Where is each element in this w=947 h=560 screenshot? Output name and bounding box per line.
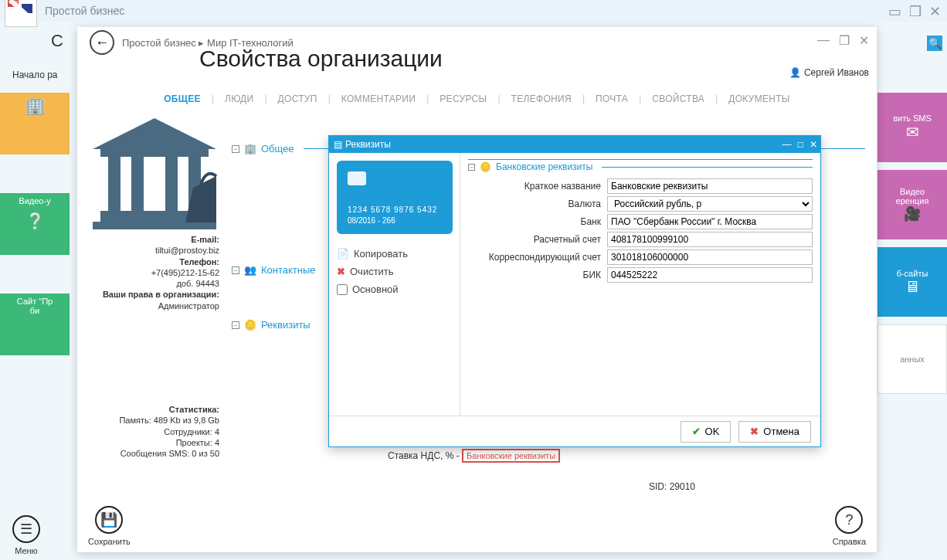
sub-close-icon[interactable]: ✕: [810, 139, 817, 150]
sub-dialog-titlebar: ▤ Реквизиты — □ ✕: [329, 136, 820, 153]
outer-close-icon[interactable]: ✕: [929, 3, 941, 20]
group-requisites-label: Реквизиты: [261, 319, 311, 331]
copy-action[interactable]: 📄 Копировать: [337, 248, 452, 260]
tile-sites[interactable]: б-сайты🖥: [877, 247, 947, 317]
menu-label: Меню: [15, 546, 38, 555]
ok-button[interactable]: ✔OK: [681, 421, 731, 443]
modal-minimize-icon[interactable]: —: [817, 33, 830, 48]
tab-документы[interactable]: ДОКУМЕНТЫ: [728, 93, 790, 104]
search-button[interactable]: 🔍: [927, 36, 942, 51]
tile-label: б-сайты: [897, 269, 928, 278]
main-checkbox[interactable]: [337, 284, 348, 295]
sub-actions: 📄 Копировать ✖ Очистить Основной: [337, 248, 452, 295]
card-date: 08/2016 - 266: [348, 216, 395, 225]
label-corr: Корреспондирующий счет: [468, 252, 607, 263]
fieldset-label: Банковские реквизиты: [496, 161, 592, 172]
collapse-icon[interactable]: −: [232, 321, 239, 329]
tab-свойства[interactable]: СВОЙСТВА: [652, 93, 704, 104]
tab-общее[interactable]: ОБЩЕЕ: [164, 93, 201, 104]
clear-label: Очистить: [350, 266, 394, 277]
left-column: E-mail: tiltui@prostoy.biz Телефон: +7(4…: [77, 104, 232, 466]
tab-доступ[interactable]: ДОСТУП: [278, 93, 317, 104]
tile-label: анных: [900, 355, 925, 364]
breadcrumb-b[interactable]: Мир IT-технологий: [207, 37, 294, 49]
row-bank: Банк: [468, 214, 813, 229]
input-corr[interactable]: [607, 249, 813, 265]
input-bik[interactable]: [607, 267, 813, 283]
row-currency: Валюта Российский рубль, р: [468, 196, 813, 212]
tab-separator: |: [212, 93, 214, 104]
menu-icon[interactable]: ☰: [12, 515, 40, 543]
clear-action[interactable]: ✖ Очистить: [337, 266, 452, 277]
breadcrumb-a[interactable]: Простой бизнес: [122, 37, 196, 49]
modal-header: ← Простой бизнес ▸ Мир IT-технологий — ❐…: [77, 27, 877, 58]
tabs-row: ОБЩЕЕ|ЛЮДИ|ДОСТУП|КОММЕНТАРИИ|РЕСУРСЫ|ТЕ…: [77, 93, 877, 104]
tab-separator: |: [426, 93, 429, 104]
clear-icon: ✖: [337, 266, 345, 277]
sub-maximize-icon[interactable]: □: [798, 139, 803, 150]
label-bik: БИК: [468, 270, 607, 280]
stat-projects: Проекты: 4: [90, 437, 219, 448]
main-checkbox-row[interactable]: Основной: [337, 283, 452, 295]
svg-rect-6: [131, 157, 144, 211]
tile-data[interactable]: анных: [877, 324, 947, 394]
left-tile-site[interactable]: Сайт "Пр би: [0, 294, 70, 355]
modal-close-icon[interactable]: ✕: [859, 33, 869, 48]
sub-right-panel: − 🪙 Банковские реквизиты Краткое названи…: [460, 153, 820, 416]
rights-label: Ваши права в организации:: [90, 289, 219, 300]
contact-icon: 👥: [244, 264, 256, 276]
vat-row: Ставка НДС, % - Банковские реквизиты: [388, 450, 560, 461]
modal-restore-icon[interactable]: ❐: [839, 33, 850, 48]
collapse-icon[interactable]: −: [232, 145, 239, 153]
info-block: E-mail: tiltui@prostoy.biz Телефон: +7(4…: [83, 234, 226, 460]
outer-menu-button: ☰ Меню: [12, 515, 40, 555]
tab-ресурсы[interactable]: РЕСУРСЫ: [440, 93, 487, 104]
sub-dialog-controls: — □ ✕: [782, 139, 817, 150]
outer-custom-icon[interactable]: ▭: [888, 3, 901, 20]
input-account[interactable]: [607, 232, 813, 247]
cancel-label: Отмена: [763, 426, 799, 437]
left-tile-video-tut[interactable]: Видео-у ❔: [0, 193, 70, 255]
copy-label: Копировать: [354, 248, 408, 260]
user-icon: 👤: [789, 67, 801, 78]
select-currency[interactable]: Российский рубль, р: [607, 196, 813, 212]
save-button[interactable]: 💾: [95, 506, 123, 534]
sub-dialog-title: Реквизиты: [345, 139, 391, 150]
coins-icon: 🪙: [244, 319, 256, 331]
building-icon: 🏢: [244, 143, 256, 154]
sub-minimize-icon[interactable]: —: [782, 139, 792, 150]
input-bank[interactable]: [607, 214, 813, 229]
stat-sms: Сообщения SMS: 0 из 50: [90, 448, 219, 459]
help-button[interactable]: ?: [835, 506, 863, 534]
chip-icon: [348, 171, 366, 185]
tab-separator: |: [328, 93, 331, 104]
main-label: Основной: [352, 283, 399, 295]
outer-restore-icon[interactable]: ❐: [909, 3, 922, 20]
sid-value: SID: 29010: [649, 481, 695, 492]
cancel-button[interactable]: ✖Отмена: [738, 421, 811, 443]
save-button-wrap: 💾 Сохранить: [88, 506, 131, 546]
tab-separator: |: [264, 93, 266, 104]
current-user[interactable]: 👤 Сергей Иванов: [789, 67, 869, 78]
input-short-name[interactable]: [607, 178, 813, 194]
email-label: E-mail:: [90, 234, 219, 245]
sub-dialog-body: 1234 5678 9876 5432 08/2016 - 266 📄 Копи…: [329, 153, 820, 416]
left-tile-1[interactable]: 🏢: [0, 93, 70, 154]
collapse-icon[interactable]: −: [468, 164, 475, 171]
row-bik: БИК: [468, 267, 813, 283]
group-general-label: Общее: [261, 143, 294, 154]
breadcrumb-sep: ▸: [199, 37, 207, 49]
fieldset-header[interactable]: − 🪙 Банковские реквизиты: [468, 159, 813, 172]
collapse-icon[interactable]: −: [232, 266, 239, 274]
tab-люди[interactable]: ЛЮДИ: [225, 93, 253, 104]
tab-separator: |: [582, 93, 585, 104]
rights-value: Администратор: [90, 300, 219, 311]
tab-телефония[interactable]: ТЕЛЕФОНИЯ: [511, 93, 572, 104]
tab-комментарии[interactable]: КОММЕНТАРИИ: [341, 93, 416, 104]
bank-requisites-button[interactable]: Банковские реквизиты: [462, 449, 560, 463]
sub-dialog-icon: ▤: [334, 139, 342, 150]
back-button[interactable]: ←: [90, 30, 114, 55]
tile-sms[interactable]: вить SMS✉: [877, 93, 947, 162]
tile-video-conf[interactable]: Видео еренция🎥: [877, 170, 947, 239]
tab-почта[interactable]: ПОЧТА: [596, 93, 628, 104]
